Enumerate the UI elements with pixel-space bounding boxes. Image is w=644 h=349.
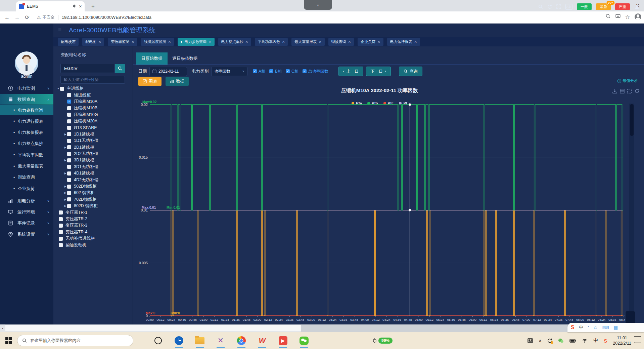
data-tab-日原始数据[interactable]: 日原始数据 bbox=[136, 52, 168, 65]
tree-node-压缩机M10A[interactable]: ✓压缩机M10A bbox=[56, 99, 132, 105]
checkbox[interactable] bbox=[59, 230, 63, 234]
query-button[interactable]: 查询 bbox=[399, 67, 422, 76]
news-icon[interactable] bbox=[527, 338, 533, 343]
tree-node-802D 馈线柜[interactable]: ▶802D 馈线柜 bbox=[56, 203, 132, 209]
sidebar-item-数据查询[interactable]: 数据查询∧ bbox=[0, 94, 53, 105]
checkbox[interactable] bbox=[67, 171, 71, 176]
sidebar-item-运行环境[interactable]: 运行环境∨ bbox=[0, 207, 53, 217]
avatar[interactable] bbox=[15, 51, 38, 75]
tree-node-柴油发动机[interactable]: 柴油发动机 bbox=[56, 242, 132, 248]
checkbox[interactable] bbox=[67, 139, 71, 143]
caret-right-icon[interactable]: ▶ bbox=[63, 133, 67, 136]
nav-tab-配电状态[interactable]: 配电状态 bbox=[58, 38, 79, 46]
sync-icon[interactable] bbox=[547, 338, 552, 343]
extremes-analysis-link[interactable]: i 最值分析 bbox=[617, 78, 638, 83]
tree-node-2D2无功补偿[interactable]: 2D2无功补偿 bbox=[56, 151, 132, 157]
chrome-icon[interactable] bbox=[237, 336, 246, 345]
tab-audio-icon[interactable] bbox=[73, 4, 77, 9]
sidebar-subitem-电力参数查询[interactable]: •电力参数查询 bbox=[0, 105, 53, 115]
checkbox-A相[interactable]: ✓A相 bbox=[253, 69, 265, 74]
nav-tab-电力参数查询[interactable]: 电力参数查询✕ bbox=[178, 38, 214, 46]
red-app-icon[interactable]: ▶ bbox=[278, 336, 288, 345]
caret-right-icon[interactable]: ▶ bbox=[63, 172, 67, 175]
ime-zh-icon[interactable]: 中 bbox=[593, 338, 598, 344]
checkbox[interactable] bbox=[67, 185, 71, 189]
tree-filter-input[interactable]: 输入关键字进行过滤 bbox=[60, 76, 125, 84]
sidebar-subitem-电力整点集抄[interactable]: •电力整点集抄 bbox=[0, 139, 53, 149]
scroll-left-icon[interactable]: ‹ bbox=[0, 324, 5, 332]
tree-node-压缩机M10B[interactable]: 压缩机M10B bbox=[56, 105, 132, 111]
tree-node-4D1馈线柜[interactable]: ▶4D1馈线柜 bbox=[56, 170, 132, 177]
checkbox[interactable] bbox=[67, 93, 71, 97]
sidebar-item-电力监测[interactable]: 电力监测∨ bbox=[0, 83, 53, 93]
nav-tab-电力整点集抄[interactable]: 电力整点集抄✕ bbox=[218, 38, 251, 46]
checkbox[interactable] bbox=[67, 132, 71, 136]
checkbox[interactable] bbox=[67, 126, 71, 130]
chevron-up-icon[interactable]: ∧ bbox=[539, 338, 542, 343]
taskbar-search[interactable]: 在这里输入你要搜索的内容 bbox=[17, 335, 133, 346]
checkbox-B相[interactable]: ✓B相 bbox=[269, 69, 282, 74]
tree-node-变压器TR-3[interactable]: 变压器TR-3 bbox=[56, 222, 132, 229]
tree-node-压缩机M20A[interactable]: 压缩机M20A bbox=[56, 118, 132, 124]
sogou-icon[interactable]: S bbox=[604, 338, 607, 344]
alarm-button-严重[interactable]: 严重 bbox=[615, 3, 630, 10]
tree-node-无功补偿进线柜[interactable]: 无功补偿进线柜 bbox=[56, 235, 132, 242]
reload-icon[interactable]: ⟳ bbox=[22, 14, 32, 21]
tools-app-icon[interactable]: ✕ bbox=[216, 336, 225, 345]
station-search-button[interactable] bbox=[115, 64, 125, 73]
symbol-icon[interactable]: ' bbox=[588, 325, 589, 330]
tray-clock[interactable]: 11:01 2022/2/11 bbox=[613, 335, 631, 346]
clock-app-icon[interactable] bbox=[174, 336, 184, 345]
tab-close-icon[interactable]: ✕ bbox=[209, 40, 211, 44]
checkbox[interactable] bbox=[67, 145, 71, 149]
caret-right-icon[interactable]: ▶ bbox=[63, 159, 67, 162]
checkbox[interactable] bbox=[59, 243, 63, 247]
notification-icon[interactable] bbox=[634, 336, 641, 343]
checkbox[interactable]: ✓ bbox=[303, 69, 307, 73]
chart-plot[interactable]: 00.0050.010.0150.0200:0000:1200:2400:360… bbox=[134, 97, 644, 324]
sidebar-subitem-电力运行报表[interactable]: •电力运行报表 bbox=[0, 116, 53, 126]
sidebar-item-系统设置[interactable]: 系统设置∨ bbox=[0, 229, 53, 239]
checkbox[interactable] bbox=[59, 217, 63, 221]
tab-close-icon[interactable]: ✕ bbox=[98, 40, 101, 44]
sidebar-subitem-最大需量报表[interactable]: •最大需量报表 bbox=[0, 161, 53, 171]
emoji-icon[interactable]: ☺ bbox=[593, 325, 598, 330]
sidebar-subitem-谐波查询[interactable]: •谐波查询 bbox=[0, 172, 53, 183]
tree-node-4D2无功补偿[interactable]: 4D2无功补偿 bbox=[56, 177, 132, 183]
tree-node-变压器TR-1[interactable]: 变压器TR-1 bbox=[56, 209, 132, 216]
ime-mode-icon[interactable]: 中 bbox=[579, 324, 584, 331]
tree-node-602 馈线柜[interactable]: ▶602 馈线柜 bbox=[56, 190, 132, 196]
zoom-icon[interactable] bbox=[606, 14, 611, 20]
checkbox[interactable] bbox=[67, 204, 71, 208]
tree-node-502D馈线柜[interactable]: ▶502D馈线柜 bbox=[56, 183, 132, 190]
tree-node-3D1无功补偿[interactable]: 3D1无功补偿 bbox=[56, 164, 132, 170]
sidebar-item-事件记录[interactable]: 事件记录∨ bbox=[0, 218, 53, 228]
profile-icon[interactable] bbox=[635, 13, 641, 20]
translate-icon[interactable]: A文 bbox=[565, 4, 572, 10]
alarm-button-一般[interactable]: 一般 bbox=[577, 3, 592, 10]
tree-node-主进线柜[interactable]: ▼主进线柜 bbox=[56, 85, 132, 92]
browser-tab[interactable]: EEMS ✕ bbox=[16, 1, 85, 11]
checkbox[interactable] bbox=[59, 224, 63, 228]
sidebar-subitem-电力极值报表[interactable]: •电力极值报表 bbox=[0, 128, 53, 138]
checkbox[interactable] bbox=[67, 119, 71, 123]
next-day-button[interactable]: 下一日 › bbox=[366, 67, 391, 76]
tree-node-辅进线柜[interactable]: 辅进线柜 bbox=[56, 92, 132, 98]
checkbox[interactable]: ✓ bbox=[253, 69, 257, 73]
url-text[interactable]: 192.168.1.100:8090/3000WEBV2/ElectricDat… bbox=[62, 15, 151, 20]
checkbox[interactable] bbox=[59, 237, 63, 241]
tab-close-icon[interactable]: ✕ bbox=[168, 40, 171, 44]
zoom-select-icon[interactable] bbox=[627, 89, 632, 93]
wps-icon[interactable]: W bbox=[258, 336, 267, 345]
checkbox[interactable] bbox=[67, 152, 71, 156]
wechat-icon[interactable] bbox=[299, 336, 309, 345]
caret-right-icon[interactable]: ▶ bbox=[63, 191, 67, 194]
battery-widget[interactable]: 99% bbox=[372, 338, 393, 344]
checkbox-总功率因数[interactable]: ✓总功率因数 bbox=[303, 69, 328, 74]
tree-node-3D1馈线柜[interactable]: ▶3D1馈线柜 bbox=[56, 157, 132, 163]
caret-right-icon[interactable]: ▶ bbox=[63, 198, 67, 201]
nav-tab-最大需量报表[interactable]: 最大需量报表✕ bbox=[291, 38, 324, 46]
tab-close-icon[interactable]: ✕ bbox=[414, 40, 417, 44]
wifi-icon[interactable] bbox=[582, 339, 588, 343]
security-chip[interactable]: ⚠ 不安全 bbox=[37, 14, 55, 20]
